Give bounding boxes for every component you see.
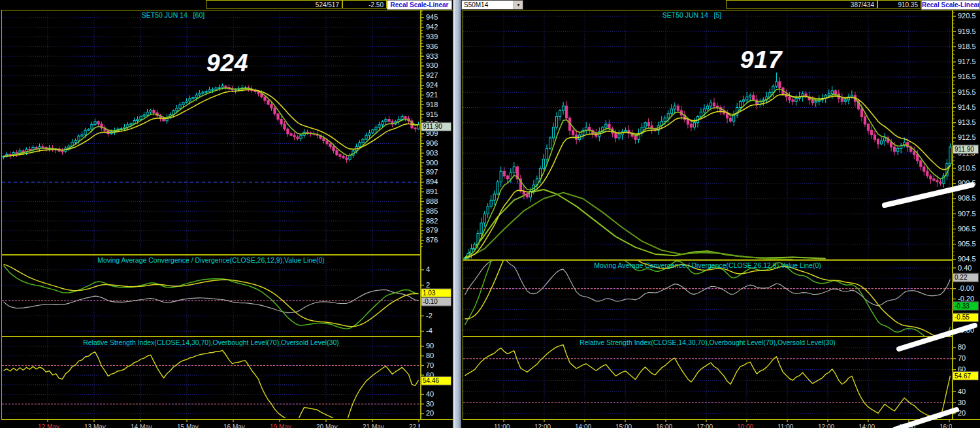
svg-text:939: 939 [426, 33, 438, 41]
svg-text:912.5: 912.5 [958, 133, 976, 141]
svg-text:11:00: 11:00 [777, 423, 794, 428]
value-badge: -0.10 [421, 297, 451, 306]
svg-text:14 May: 14 May [131, 423, 152, 428]
window-splitter[interactable] [453, 0, 461, 428]
svg-text:918.5: 918.5 [958, 42, 976, 50]
svg-text:888: 888 [426, 197, 438, 205]
svg-text:921: 921 [426, 91, 438, 99]
svg-text:70: 70 [426, 361, 434, 369]
value-badge: 911.90 [421, 122, 451, 131]
candles [464, 73, 951, 259]
svg-text:21 May: 21 May [363, 423, 384, 428]
frame-left [463, 10, 463, 420]
chart-window-5min: S50M14 ▼ 387/434 910.35 Recal Scale-Line… [461, 0, 980, 428]
svg-text:-2: -2 [426, 312, 433, 320]
pane-separator [1, 254, 420, 255]
svg-text:-4: -4 [426, 327, 433, 335]
pane-separator [1, 336, 420, 337]
macd-plot[interactable] [463, 261, 952, 336]
svg-text:15:00: 15:00 [899, 423, 915, 428]
svg-text:908.5: 908.5 [958, 194, 976, 202]
price-axis[interactable]: 920.5919.5918.5917.5916.5915.5914.5913.5… [952, 10, 980, 428]
svg-text:909.5: 909.5 [958, 179, 976, 187]
svg-text:-0.10: -0.10 [423, 298, 438, 305]
value-badge: 54.46 [421, 376, 451, 385]
macd-plot[interactable] [2, 255, 420, 336]
svg-text:54.67: 54.67 [955, 372, 971, 380]
svg-text:10:00: 10:00 [737, 423, 753, 428]
value-badge: 911.90 [953, 145, 979, 154]
svg-text:906: 906 [426, 139, 438, 147]
svg-text:927: 927 [426, 71, 438, 79]
svg-text:936: 936 [426, 42, 438, 50]
svg-text:885: 885 [426, 207, 438, 215]
svg-text:12 May: 12 May [38, 423, 59, 428]
bid-ask-volume-stat: 524/517 [206, 0, 342, 8]
price-plot[interactable] [2, 10, 420, 254]
svg-text:80: 80 [958, 343, 966, 351]
svg-text:16:00: 16:00 [939, 423, 952, 428]
chevron-down-icon[interactable]: ▼ [514, 1, 523, 9]
svg-text:1.03: 1.03 [423, 289, 436, 297]
svg-text:900: 900 [426, 159, 438, 167]
svg-text:19 May: 19 May [270, 423, 291, 428]
svg-text:0.40: 0.40 [958, 264, 972, 272]
svg-text:12:00: 12:00 [534, 423, 551, 428]
price-plot[interactable] [463, 10, 952, 259]
svg-text:16:00: 16:00 [656, 423, 672, 428]
svg-text:22 May: 22 May [409, 423, 420, 428]
svg-text:14:00: 14:00 [575, 423, 591, 428]
value-badge: 54.67 [953, 372, 979, 380]
svg-text:915.5: 915.5 [958, 88, 976, 96]
svg-text:20 May: 20 May [316, 423, 338, 428]
svg-text:894: 894 [426, 178, 438, 186]
svg-text:-0.55: -0.55 [955, 314, 970, 321]
price-axis[interactable]: 9459429399369339309279249219189159129099… [420, 10, 453, 428]
rsi-plot[interactable] [2, 337, 420, 418]
svg-text:-0.00: -0.00 [958, 284, 974, 292]
svg-text:30: 30 [426, 400, 434, 408]
svg-text:2: 2 [426, 281, 430, 289]
value-badge: -0.33 [953, 302, 979, 310]
svg-text:882: 882 [426, 217, 438, 225]
svg-text:924: 924 [426, 81, 438, 89]
svg-text:911.90: 911.90 [955, 146, 974, 153]
rsi-plot[interactable] [463, 337, 952, 418]
svg-text:17:00: 17:00 [696, 423, 713, 428]
svg-text:70: 70 [958, 354, 966, 362]
svg-text:945: 945 [426, 13, 438, 21]
svg-text:876: 876 [426, 236, 438, 244]
svg-text:-0.33: -0.33 [955, 303, 970, 310]
svg-text:20: 20 [426, 409, 434, 417]
frame-left [1, 10, 2, 420]
svg-text:11:00: 11:00 [494, 423, 510, 428]
svg-text:80: 80 [426, 352, 434, 359]
svg-text:13 May: 13 May [84, 423, 106, 428]
bid-ask-volume-stat: 387/434 [726, 0, 877, 8]
svg-text:903: 903 [426, 149, 438, 157]
recal-scale-button[interactable]: Recal Scale-Linear [387, 0, 452, 10]
svg-text:942: 942 [426, 23, 438, 31]
svg-text:-0.20: -0.20 [958, 295, 974, 303]
symbol-dropdown[interactable]: S50M14 ▼ [461, 0, 523, 10]
svg-text:40: 40 [426, 390, 434, 398]
recal-scale-button[interactable]: Recal Scale-Linear [921, 0, 980, 10]
value-badge: 1.03 [421, 289, 451, 297]
svg-text:14:00: 14:00 [858, 423, 875, 428]
header-left: 524/517 -2.50 Recal Scale-Linear [0, 0, 453, 10]
svg-text:933: 933 [426, 52, 438, 60]
svg-text:920.5: 920.5 [958, 12, 976, 20]
symbol-value: S50M14 [464, 1, 488, 8]
pane-separator [463, 336, 952, 337]
svg-text:30: 30 [958, 399, 966, 406]
svg-text:-0.80: -0.80 [958, 326, 974, 334]
svg-text:919.5: 919.5 [958, 27, 976, 35]
svg-text:4: 4 [426, 265, 430, 273]
svg-text:913.5: 913.5 [958, 118, 976, 126]
value-badge: -0.55 [953, 313, 979, 321]
svg-text:891: 891 [426, 188, 438, 195]
pane-separator [463, 259, 952, 261]
svg-text:917.5: 917.5 [958, 58, 976, 65]
svg-text:906.5: 906.5 [958, 225, 976, 233]
svg-text:90: 90 [426, 342, 434, 350]
